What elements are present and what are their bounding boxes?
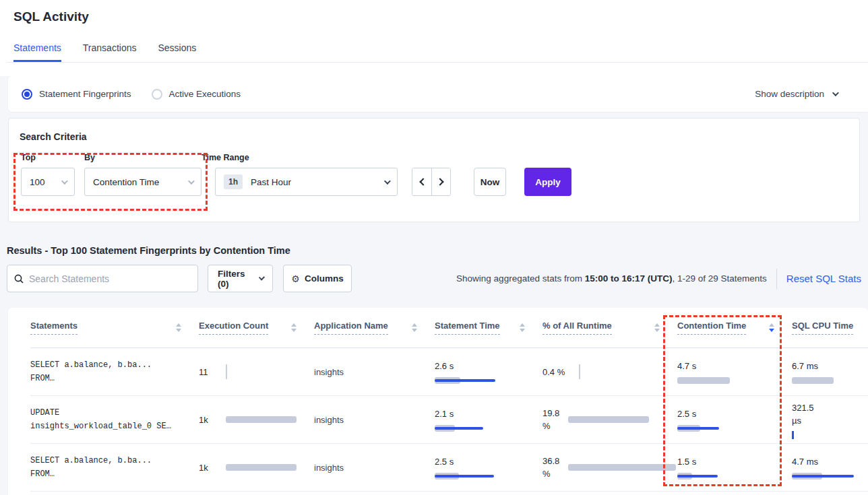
sql-cpu-time-cell: 4.7 ms	[792, 455, 868, 480]
chevron-down-icon	[188, 178, 195, 185]
application-name-cell: insights	[314, 463, 435, 473]
chevron-down-icon	[61, 178, 68, 185]
reset-sql-stats-link[interactable]: Reset SQL Stats	[786, 273, 861, 284]
filters-label: Filters (0)	[218, 269, 253, 289]
execution-count-cell: 1k	[199, 414, 314, 426]
search-icon	[14, 274, 24, 284]
time-range-select[interactable]: 1h Past Hour	[215, 168, 398, 196]
table-row: UPDATE insights_workload_table_0 SE… 1k …	[30, 396, 868, 444]
time-step-buttons	[412, 168, 451, 196]
chevron-down-icon	[384, 178, 391, 185]
gear-icon: ⚙	[291, 273, 300, 284]
statement-time-cell: 2.6 s	[435, 360, 542, 384]
chevron-down-icon	[832, 90, 839, 96]
stats-summary: Showing aggregated stats from 15:00 to 1…	[456, 273, 767, 284]
results-title: Results - Top 100 Statement Fingerprints…	[7, 245, 868, 256]
sort-icon[interactable]	[291, 323, 297, 332]
column-header-execution-count[interactable]: Execution Count	[199, 321, 314, 335]
by-select[interactable]: Contention Time	[84, 168, 202, 196]
chevron-right-icon	[436, 178, 443, 185]
sort-icon[interactable]	[520, 323, 525, 332]
columns-button[interactable]: ⚙ Columns	[283, 265, 352, 292]
runtime-pct-cell: 0.4 %	[542, 366, 677, 378]
sort-icon[interactable]	[769, 323, 774, 332]
time-range-label: Time Range	[202, 153, 398, 162]
now-button[interactable]: Now	[474, 168, 506, 196]
column-header-contention-time[interactable]: Contention Time	[677, 321, 792, 335]
statement-time-cell: 2.1 s	[435, 407, 542, 432]
apply-button[interactable]: Apply	[524, 168, 571, 196]
column-header-application-name[interactable]: Application Name	[314, 321, 435, 335]
statements-table: Statements Execution Count Application N…	[8, 308, 868, 495]
top-field: Top 100	[21, 153, 84, 196]
sort-icon[interactable]	[654, 323, 660, 332]
statement-time-cell: 2.5 s	[435, 455, 542, 480]
top-select[interactable]: 100	[21, 168, 75, 196]
page-title: SQL Activity	[13, 9, 868, 24]
execution-count-cell: 11	[199, 366, 314, 378]
table-header-row: Statements Execution Count Application N…	[30, 308, 868, 348]
next-time-button[interactable]	[431, 168, 450, 195]
view-toggle-bar: Statement Fingerprints Active Executions…	[8, 76, 868, 112]
chevron-left-icon	[419, 178, 427, 185]
sort-icon[interactable]	[412, 323, 417, 332]
columns-label: Columns	[305, 273, 344, 284]
execution-count-cell: 1k	[199, 461, 314, 474]
page-header: SQL Activity Statements Transactions Ses…	[0, 0, 868, 63]
time-range-badge: 1h	[224, 174, 243, 189]
previous-time-button[interactable]	[412, 168, 431, 195]
filters-button[interactable]: Filters (0)	[208, 265, 273, 292]
runtime-pct-cell: 19.8 %	[542, 407, 677, 432]
search-criteria-heading: Search Criteria	[20, 131, 859, 142]
contention-time-cell: 2.5 s	[677, 407, 792, 432]
contention-time-cell: 4.7 s	[677, 360, 792, 384]
column-header-statements[interactable]: Statements	[30, 321, 199, 335]
top-label: Top	[21, 153, 84, 162]
sort-icon[interactable]	[176, 323, 181, 332]
radio-selected-icon[interactable]	[22, 89, 32, 100]
main-area: Statement Fingerprints Active Executions…	[0, 76, 868, 495]
time-range-value: Past Hour	[251, 177, 291, 187]
statement-link[interactable]: UPDATE insights_workload_table_0 SE…	[30, 406, 199, 433]
tab-transactions[interactable]: Transactions	[83, 42, 137, 62]
search-statements-box[interactable]	[7, 265, 198, 292]
show-description-toggle[interactable]: Show description	[755, 89, 837, 99]
chevron-down-icon	[259, 274, 265, 280]
table-row: SELECT a.balance, b.ba... FROM… 11 insig…	[30, 348, 868, 396]
top-select-value: 100	[30, 177, 45, 187]
column-header-sql-cpu-time[interactable]: SQL CPU Time	[792, 321, 868, 335]
by-label: By	[84, 153, 202, 162]
radio-label: Statement Fingerprints	[39, 89, 131, 99]
results-controls: Filters (0) ⚙ Columns Showing aggregated…	[7, 265, 861, 292]
by-field: By Contention Time	[84, 153, 202, 196]
statement-link[interactable]: SELECT a.balance, b.ba... FROM…	[30, 454, 199, 481]
tab-statements[interactable]: Statements	[13, 42, 61, 62]
divider	[776, 269, 777, 289]
table-row: SELECT a.balance, b.ba... FROM… 1k insig…	[30, 444, 868, 492]
radio-active-executions[interactable]: Active Executions	[152, 89, 241, 100]
column-header-runtime-pct[interactable]: % of All Runtime	[542, 321, 677, 335]
tab-bar: Statements Transactions Sessions	[7, 42, 868, 63]
application-name-cell: insights	[314, 415, 435, 425]
search-criteria-card: Search Criteria Top 100 By Contention Ti…	[8, 118, 860, 222]
by-select-value: Contention Time	[93, 177, 159, 187]
statement-link[interactable]: SELECT a.balance, b.ba... FROM…	[30, 358, 199, 385]
show-description-label: Show description	[755, 89, 824, 99]
radio-label: Active Executions	[169, 89, 241, 99]
radio-statement-fingerprints[interactable]: Statement Fingerprints	[22, 89, 131, 100]
application-name-cell: insights	[314, 367, 435, 377]
tab-sessions[interactable]: Sessions	[158, 42, 196, 62]
search-statements-input[interactable]	[29, 273, 191, 284]
sql-cpu-time-cell: 6.7 ms	[792, 360, 868, 384]
radio-unselected-icon[interactable]	[152, 89, 162, 100]
contention-time-cell: 1.5 s	[677, 455, 792, 480]
sql-cpu-time-cell: 321.5 µs	[792, 401, 868, 438]
column-header-statement-time[interactable]: Statement Time	[435, 321, 542, 335]
runtime-pct-cell: 36.8 %	[542, 455, 677, 480]
time-range-field: Time Range 1h Past Hour	[202, 153, 398, 196]
